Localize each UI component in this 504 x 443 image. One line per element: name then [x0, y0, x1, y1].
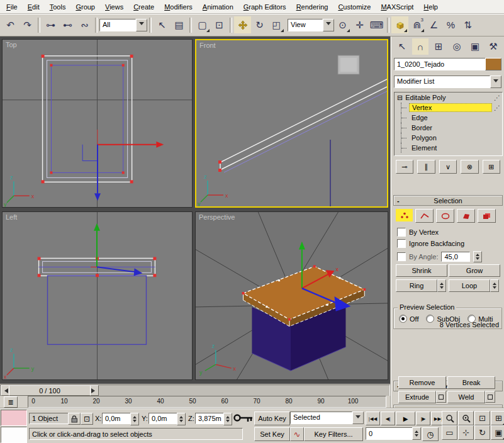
tab-motion[interactable]: ◎: [449, 38, 465, 55]
select-by-name-button[interactable]: ▤: [171, 16, 188, 33]
top-viewport[interactable]: z x y Top: [2, 39, 193, 208]
menu-file[interactable]: File: [1, 1, 23, 13]
perspective-viewport[interactable]: x z x y Perspective: [195, 211, 388, 380]
listener-script-pane[interactable]: [1, 427, 27, 443]
grow-button[interactable]: Grow: [449, 264, 500, 277]
set-key-mode-icon[interactable]: [233, 411, 254, 426]
select-and-scale-button[interactable]: ◰: [268, 16, 285, 33]
menu-group[interactable]: Group: [70, 1, 100, 13]
object-name-field[interactable]: 1_0200_Tejado: [394, 58, 487, 70]
ring-spinner[interactable]: [437, 279, 446, 292]
absolute-offset-toggle[interactable]: ⊡: [81, 413, 93, 425]
selection-filter-dropdown[interactable]: All: [99, 19, 147, 31]
selection-lock-button[interactable]: [68, 413, 81, 425]
pin-stack-button[interactable]: ⊸: [396, 160, 413, 174]
snap-toggle-3d-button[interactable]: ⋒ 3: [408, 16, 425, 33]
remove-modifier-button[interactable]: ⊗: [461, 160, 478, 174]
arc-rotate-button[interactable]: ↻: [474, 425, 490, 440]
menu-graph-editors[interactable]: Graph Editors: [238, 1, 291, 13]
use-pivot-center-button[interactable]: ⊙: [334, 16, 351, 33]
reference-coordinate-dropdown[interactable]: View: [288, 19, 334, 31]
vertex-mode-button[interactable]: [396, 209, 413, 222]
next-frame-button[interactable]: |▶: [416, 412, 430, 425]
next-frame-arrow[interactable]: [90, 385, 99, 396]
zoom-extents-button[interactable]: ⊡: [474, 411, 490, 425]
frame-spinner[interactable]: [412, 427, 421, 440]
percent-snap-button[interactable]: %: [442, 16, 459, 33]
menu-maxscript[interactable]: MAXScript: [376, 1, 418, 13]
stack-row-border[interactable]: Border: [395, 123, 502, 133]
break-button[interactable]: Break: [447, 376, 495, 389]
tab-display[interactable]: ▣: [467, 38, 483, 55]
zoom-all-button[interactable]: [458, 411, 474, 425]
previous-frame-arrow[interactable]: [1, 385, 9, 396]
edge-mode-button[interactable]: [415, 209, 434, 223]
select-and-move-button[interactable]: [234, 16, 251, 33]
tab-create[interactable]: ↖: [394, 38, 410, 55]
stack-row-element[interactable]: Element: [395, 143, 502, 153]
menu-tools[interactable]: Tools: [45, 1, 71, 13]
select-and-link-button[interactable]: ⊶: [42, 16, 59, 33]
menu-rendering[interactable]: Rendering: [291, 1, 333, 13]
play-button[interactable]: ▶: [396, 412, 415, 425]
menu-modifiers[interactable]: Modifiers: [159, 1, 198, 13]
extrude-button[interactable]: Extrude: [398, 391, 436, 403]
configure-modifier-sets-button[interactable]: ⊞: [483, 160, 500, 174]
menu-customize[interactable]: Customize: [333, 1, 376, 13]
tab-hierarchy[interactable]: ⊞: [430, 38, 447, 55]
rectangular-region-button[interactable]: ▢: [194, 16, 211, 33]
undo-button[interactable]: ↶: [2, 16, 19, 33]
dropdown-arrow-icon[interactable]: [136, 19, 147, 31]
stack-row-editable-poly[interactable]: ⊟ Editable Poly ⋰: [395, 93, 502, 103]
by-angle-checkbox[interactable]: [397, 252, 406, 261]
min-max-toggle-button[interactable]: ▣: [491, 425, 504, 440]
left-viewport[interactable]: z y x Left: [2, 211, 193, 380]
select-object-button[interactable]: ↖: [154, 16, 171, 33]
zoom-region-button[interactable]: ▭: [442, 425, 457, 440]
angle-snap-button[interactable]: ∠: [425, 16, 442, 33]
by-angle-field[interactable]: 45,0: [441, 252, 470, 262]
object-color-swatch[interactable]: [485, 58, 501, 70]
key-mode-dropdown[interactable]: Selected: [290, 412, 364, 424]
previous-frame-button[interactable]: ◀|: [381, 412, 395, 425]
element-mode-button[interactable]: [478, 209, 496, 223]
auto-key-button[interactable]: Auto Key: [254, 412, 290, 425]
dropdown-arrow-icon[interactable]: [352, 412, 364, 424]
tab-utilities[interactable]: ⚒: [485, 38, 501, 55]
menu-help[interactable]: Help: [418, 1, 443, 13]
viewport-label[interactable]: Front: [199, 42, 216, 49]
pan-button[interactable]: ⊹: [458, 425, 474, 440]
zoom-button[interactable]: [442, 411, 457, 425]
stack-row-polygon[interactable]: Polygon: [395, 133, 502, 143]
selection-rollout-header[interactable]: - Selection: [393, 195, 503, 206]
menu-create[interactable]: Create: [128, 1, 159, 13]
window-crossing-button[interactable]: ⊡: [211, 16, 228, 33]
by-angle-spinner[interactable]: [473, 251, 482, 262]
ring-button[interactable]: Ring: [396, 279, 437, 292]
front-viewport[interactable]: z x y Front: [195, 39, 388, 208]
menu-edit[interactable]: Edit: [23, 1, 45, 13]
loop-button[interactable]: Loop: [449, 279, 490, 292]
menu-animation[interactable]: Animation: [198, 1, 238, 13]
make-unique-button[interactable]: ∨: [439, 160, 457, 174]
select-and-manipulate-button[interactable]: ✛: [351, 16, 368, 33]
spinner-snap-button[interactable]: ⇅: [459, 16, 476, 33]
unlink-selection-button[interactable]: ⊷: [59, 16, 76, 33]
set-key-button[interactable]: Set Key: [254, 427, 290, 441]
menu-views[interactable]: Views: [100, 1, 128, 13]
key-filters-button[interactable]: Key Filters...: [304, 427, 363, 441]
weld-button[interactable]: Weld: [447, 391, 485, 403]
loop-spinner[interactable]: [490, 279, 499, 292]
z-spinner[interactable]: [223, 413, 232, 425]
collapse-icon[interactable]: ⊟: [397, 94, 403, 102]
bind-to-space-warp-button[interactable]: ∾: [76, 16, 93, 33]
tab-modify[interactable]: ∩: [412, 38, 428, 55]
go-to-start-button[interactable]: |◀◀: [366, 412, 380, 425]
maxscript-mini-listener[interactable]: [1, 410, 27, 442]
modifier-list-dropdown[interactable]: Modifier List: [394, 76, 501, 88]
by-vertex-checkbox[interactable]: [397, 228, 406, 237]
stack-row-edge[interactable]: Edge: [395, 113, 502, 123]
select-and-rotate-button[interactable]: ↻: [251, 16, 268, 33]
current-frame-field[interactable]: 0: [366, 427, 421, 440]
x-spinner[interactable]: [130, 413, 139, 425]
